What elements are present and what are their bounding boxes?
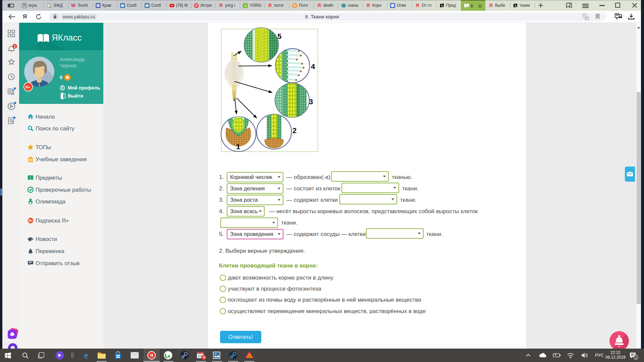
svg-text:4: 4 xyxy=(203,356,205,359)
svg-text:3: 3 xyxy=(245,4,246,8)
svg-text:2: 2 xyxy=(292,126,297,135)
svg-text:3: 3 xyxy=(635,356,637,359)
svg-text:?: ? xyxy=(392,4,394,7)
svg-text:Мой профиль: Мой профиль xyxy=(68,85,100,90)
svg-text:1: 1 xyxy=(14,45,16,48)
svg-text:ЯКласс: ЯКласс xyxy=(52,33,82,43)
svg-text:4: 4 xyxy=(311,62,315,71)
svg-text:3: 3 xyxy=(309,98,313,106)
svg-text:0: 0 xyxy=(60,74,63,80)
svg-text:Я+: Я+ xyxy=(25,85,30,89)
svg-text:Я+: Я+ xyxy=(28,219,33,223)
svg-text:5: 5 xyxy=(277,32,281,41)
svg-text:Чернов: Чернов xyxy=(60,63,76,68)
svg-text:Алеесандр: Алеесандр xyxy=(60,57,85,62)
svg-text:3: 3 xyxy=(441,4,443,7)
svg-text:3: 3 xyxy=(515,4,516,7)
svg-text:Выйти: Выйти xyxy=(68,93,83,99)
svg-text:Я: Я xyxy=(150,353,153,358)
svg-text:1: 1 xyxy=(236,142,240,151)
